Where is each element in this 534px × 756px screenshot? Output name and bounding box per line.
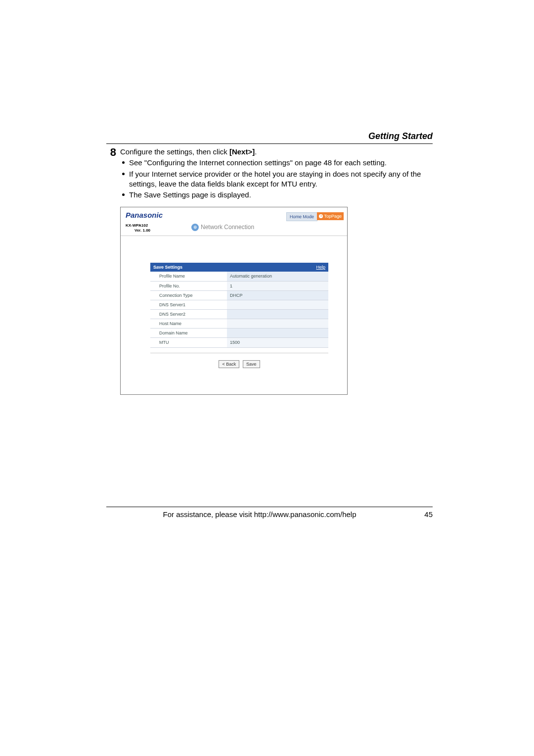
row-label: Domain Name <box>150 329 227 337</box>
row-label: Profile No. <box>150 282 227 290</box>
version-label: Ver. 1.00 <box>134 228 150 234</box>
plus-icon: + <box>319 214 323 218</box>
step-body: Configure the settings, then click [Next… <box>120 147 433 395</box>
page-title: Network Connection <box>201 223 254 231</box>
row-value: Automatic generation <box>227 272 328 281</box>
step-text-pre: Configure the settings, then click <box>120 147 229 156</box>
row-label: MTU <box>150 338 227 347</box>
step-bullets: See "Configuring the Internet connection… <box>120 158 433 200</box>
step-text-bold: [Next>] <box>229 147 255 156</box>
save-button[interactable]: Save <box>243 360 260 368</box>
section-title: Getting Started <box>106 131 433 144</box>
globe-icon: ⊕ <box>191 224 199 231</box>
top-page-button[interactable]: + TopPage <box>317 212 344 220</box>
mode-badge[interactable]: Home Mode <box>286 212 317 221</box>
row-label: DNS Server1 <box>150 300 227 309</box>
screenshot-header: Panasonic KX-WPA102 Ver. 1.00 ⊕ Network … <box>121 207 347 236</box>
bullet-item: The Save Settings page is displayed. <box>122 190 433 200</box>
table-row: Connection Type DHCP <box>150 291 328 300</box>
help-link[interactable]: Help <box>316 264 325 270</box>
bullet-item: If your Internet service provider or the… <box>122 169 433 189</box>
embedded-screenshot: Panasonic KX-WPA102 Ver. 1.00 ⊕ Network … <box>120 207 348 395</box>
row-label: Connection Type <box>150 291 227 300</box>
step-number: 8 <box>106 147 116 158</box>
row-label: DNS Server2 <box>150 310 227 319</box>
row-value <box>227 300 328 309</box>
row-label: Host Name <box>150 319 227 328</box>
table-row: DNS Server2 <box>150 310 328 319</box>
page-footer: For assistance, please visit http://www.… <box>106 507 433 519</box>
settings-table: Save Settings Help Profile Name Automati… <box>150 263 328 368</box>
row-value: 1 <box>227 282 328 290</box>
table-header: Save Settings Help <box>150 263 328 272</box>
page-title-area: ⊕ Network Connection <box>191 223 254 231</box>
step-instruction: Configure the settings, then click [Next… <box>120 147 433 157</box>
row-label: Profile Name <box>150 272 227 281</box>
step-8: 8 Configure the settings, then click [Ne… <box>106 147 433 395</box>
table-row: Host Name <box>150 319 328 329</box>
table-row: Profile Name Automatic generation <box>150 272 328 281</box>
step-text-post: . <box>255 147 257 156</box>
row-value: DHCP <box>227 291 328 300</box>
brand-logo: Panasonic <box>126 210 163 220</box>
table-row: MTU 1500 <box>150 338 328 347</box>
bullet-item: See "Configuring the Internet connection… <box>122 158 433 168</box>
row-value <box>227 319 328 328</box>
row-value <box>227 329 328 337</box>
row-value: 1500 <box>227 338 328 347</box>
back-button[interactable]: < Back <box>219 360 239 368</box>
button-row: < Back Save <box>150 360 328 368</box>
row-value <box>227 310 328 319</box>
table-row: Domain Name <box>150 329 328 338</box>
table-title: Save Settings <box>153 264 182 270</box>
footer-assist-text: For assistance, please visit http://www.… <box>106 510 413 519</box>
table-row: Profile No. 1 <box>150 282 328 291</box>
table-row: DNS Server1 <box>150 300 328 310</box>
top-page-label: TopPage <box>324 213 342 219</box>
page-number: 45 <box>413 510 433 519</box>
